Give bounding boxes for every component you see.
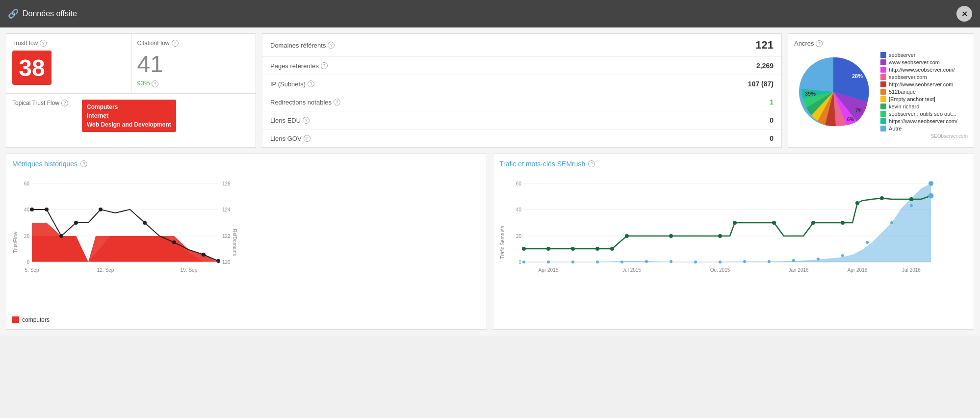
svg-point-23 [59,234,63,238]
semrush-info-icon[interactable]: ? [588,160,595,167]
svg-text:40: 40 [516,207,522,212]
legend-label-seobserver-com: seobserver.com [889,74,927,80]
panel-stats: Domaines référents ? 121 Pages référente… [262,33,782,148]
ancres-legend: seobserver www.seobserver.com http://www… [880,52,957,131]
svg-point-63 [571,261,574,263]
page-title: Données offsite [23,9,77,18]
svg-text:0: 0 [26,260,29,265]
semrush-svg: Trafic Semrush 60 40 20 0 [499,174,941,311]
legend-color-www-seobserver [880,59,886,65]
legend-label-http-www2: http://www.seobserver.com [889,81,953,87]
cf-percent-info-icon[interactable]: ? [152,80,158,87]
legend-item-http-www2: http://www.seobserver.com [880,81,957,87]
svg-point-62 [547,261,550,263]
svg-point-24 [74,221,78,225]
svg-text:60: 60 [516,181,522,186]
svg-point-56 [841,221,845,225]
gov-info-icon[interactable]: ? [304,135,310,142]
legend-color-seobserver [880,52,886,58]
ip-info-icon[interactable]: ? [308,80,314,87]
panel-ancres: Ancres ? [788,33,974,148]
svg-point-45 [522,247,526,251]
legend-item-kevin: kevin richard [880,104,957,109]
seobserver-credit: SEObserver.com [794,133,968,139]
redirections-info-icon[interactable]: ? [334,99,340,105]
svg-point-29 [216,259,220,263]
ancres-info-icon[interactable]: ? [816,40,823,47]
svg-point-21 [30,208,34,211]
legend-item-empty-anchor: [Empty anchor text] [880,96,957,102]
svg-text:60: 60 [24,181,30,186]
svg-text:5. Sep: 5. Sep [25,267,39,273]
semrush-title: Trafic et mots-clés SEMrush ? [499,160,968,168]
svg-point-49 [610,247,614,251]
tf-cf-row: TrustFlow ? 38 CitationFlow ? 41 93% ? [6,34,256,94]
domaines-referents-label: Domaines référents ? [270,42,335,49]
header-title-group: 🔗 Données offsite [8,8,77,19]
stat-row-domaines: Domaines référents ? 121 [262,34,781,57]
legend-color-seobserver-com [880,74,886,80]
legend-label-autre: Autre [889,126,902,131]
svg-text:TrustFlow: TrustFlow [13,231,18,253]
top-row: TrustFlow ? 38 CitationFlow ? 41 93% ? [6,33,974,148]
historique-info-icon[interactable]: ? [80,160,87,167]
legend-label-512banque: 512banque [889,89,916,95]
svg-point-67 [670,260,672,263]
legend-item-autre: Autre [880,126,957,131]
semrush-chart-wrapper: Trafic Semrush 60 40 20 0 [499,174,968,313]
svg-marker-44 [524,183,931,262]
trustflow-section: TrustFlow ? 38 [6,34,131,93]
domaines-info-icon[interactable]: ? [328,42,335,49]
legend-item-https-www: https://www.seobserver.com/ [880,118,957,124]
edu-info-icon[interactable]: ? [303,117,309,124]
svg-point-70 [743,260,746,263]
stat-row-redirections: Redirections notables ? 1 [262,93,781,111]
pie-svg: 28% 7% 6% 39% [794,52,873,131]
legend-label-seobserver-outils: seobserver : outils seo out... [889,111,956,117]
trustflow-info-icon[interactable]: ? [40,40,47,47]
svg-point-61 [522,261,525,263]
svg-text:RefDomains: RefDomains [232,229,237,256]
redirections-value: 1 [770,98,774,106]
legend-color-512banque [880,89,886,95]
svg-point-51 [669,234,673,238]
liens-edu-value: 0 [770,116,774,124]
historique-svg: TrustFlow RefDomains 60 40 20 0 126 124 … [12,174,238,311]
pages-info-icon[interactable]: ? [321,62,328,69]
svg-point-60 [928,193,933,198]
topical-trust-flow-row: Topical Trust Flow ? Computers Internet … [6,94,256,138]
svg-text:19. Sep: 19. Sep [181,267,198,273]
svg-text:Jul 2016: Jul 2016 [902,267,921,273]
liens-edu-label: Liens EDU ? [270,117,309,124]
legend-item-seobserver-outils: seobserver : outils seo out... [880,111,957,117]
main-content: TrustFlow ? 38 CitationFlow ? 41 93% ? [0,27,980,336]
ancres-title: Ancres ? [794,40,968,47]
legend-color-http-www2 [880,81,886,87]
panel-semrush: Trafic et mots-clés SEMrush ? Trafic Sem… [493,154,974,330]
svg-point-77 [910,204,913,207]
liens-gov-label: Liens GOV ? [270,135,310,142]
svg-text:Apr 2015: Apr 2015 [539,267,559,273]
legend-item-www-seobserver: www.seobserver.com [880,59,957,65]
legend-item-http-www: http://www.seobserver.com/ [880,67,957,73]
close-button[interactable]: ✕ [956,6,972,22]
legend-label-empty-anchor: [Empty anchor text] [889,96,935,102]
svg-point-28 [202,253,206,257]
pages-referentes-label: Pages référentes ? [270,62,328,70]
svg-point-76 [890,221,893,224]
citationflow-label: CitationFlow ? [137,40,250,47]
legend-label-seobserver: seobserver [889,52,915,58]
citationflow-info-icon[interactable]: ? [172,40,179,47]
svg-point-59 [909,197,913,201]
topical-info-icon[interactable]: ? [61,100,68,106]
svg-point-27 [172,240,176,244]
trustflow-label: TrustFlow ? [12,40,125,47]
svg-point-22 [45,208,49,211]
legend-computers-label: computers [22,316,50,323]
svg-point-52 [718,234,722,238]
svg-text:Oct 2015: Oct 2015 [710,267,730,273]
stat-row-ip: IP (Subnets) ? 107 (87) [262,75,781,93]
legend-color-empty-anchor [880,96,886,102]
pages-referentes-value: 2,269 [756,62,774,70]
svg-text:6%: 6% [847,117,854,122]
